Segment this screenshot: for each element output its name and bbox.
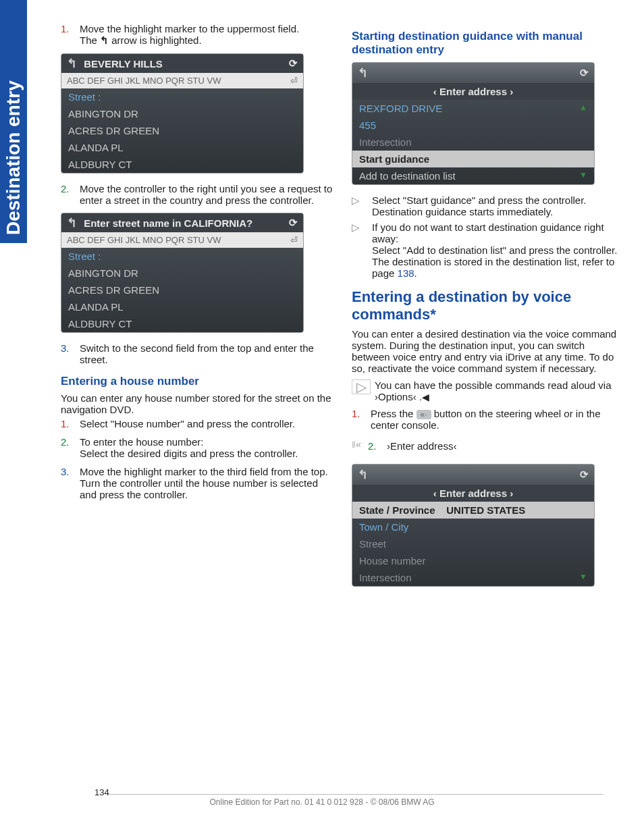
ui-screenshot-beverly-hills: ↰ BEVERLY HILLS ⟳ ABC DEF GHI JKL MNO PQ… [61, 53, 304, 174]
step-text: Move the highlight marker to the third f… [80, 466, 333, 500]
voice-step-1: 1. Press the «· button on the steering w… [352, 408, 624, 431]
ui-screenshot-start-guidance: ↰ ⟳ ‹ Enter address › ▲ REXFORD DRIVE 45… [352, 62, 595, 185]
text-line: If you do not want to start destination … [372, 221, 604, 244]
screenshot-title-row: ↰ BEVERLY HILLS ⟳ [61, 54, 303, 73]
rotate-icon: ⟳ [289, 57, 298, 70]
step-number: 1. [61, 418, 80, 429]
triangle-icon: ▷ [352, 221, 367, 279]
house-step-2: 2. To enter the house number: Select the… [61, 436, 333, 459]
voice-waveform-icon: ⦀« [352, 439, 368, 450]
text-line: Select "Start guidance" and press the co… [372, 194, 587, 206]
list-item-selected: State / Province UNITED STATES [352, 502, 594, 519]
abc-text: ABC DEF GHI JKL MNO PQR STU VW [67, 235, 221, 245]
page-footer: 134 Online Edition for Part no. 01 41 0 … [0, 794, 644, 807]
tab-header: ‹ Enter address › [352, 485, 594, 502]
title-text: Enter street name in CALIFORNIA? [84, 217, 252, 229]
value: UNITED STATES [446, 504, 525, 516]
text-line: To enter the house number: [80, 436, 203, 448]
list-item: ACRES DR GREEN [61, 122, 303, 139]
rotate-icon: ⟳ [580, 469, 589, 481]
page-link[interactable]: 138 [398, 267, 414, 279]
list-item: ALANDA PL [61, 298, 303, 315]
text: Press the [371, 408, 417, 419]
list-item-selected: Start guidance [352, 151, 594, 167]
bullet-1: ▷ Select "Start guidance" and press the … [352, 194, 624, 217]
step-text: Move the highlight marker to the uppermo… [80, 23, 333, 47]
step-number: 3. [61, 466, 80, 500]
step-number: 1. [352, 408, 371, 431]
step-number: 3. [61, 342, 80, 365]
house-steps: 1. Select "House number" and press the c… [61, 418, 333, 500]
back-arrow-icon: ↰ [358, 467, 368, 482]
step-number: 2. [61, 436, 80, 459]
section-tab: Destination entry [0, 0, 27, 243]
paragraph: You can enter a desired destination via … [352, 328, 624, 374]
step-3: 3. Switch to the second field from the t… [61, 342, 333, 365]
voice-step-2-list: 2. ›Enter address‹ [368, 438, 456, 458]
left-column: 1. Move the highlight marker to the uppe… [41, 20, 333, 596]
street-label: Street : [61, 88, 303, 105]
tab-label: ‹ Enter address › [433, 86, 513, 97]
back-arrow-icon: ↰ [358, 65, 368, 80]
tab-label: ‹ Enter address › [433, 487, 513, 499]
text-line: The [80, 34, 100, 46]
back-arrow-icon: ↰ [100, 34, 109, 46]
ui-screenshot-enter-address: ↰ ⟳ ‹ Enter address › State / Province U… [352, 464, 595, 587]
back-arrow-icon: ↰ [67, 216, 77, 230]
list-item: ▼ Intersection [352, 569, 594, 586]
house-step-3: 3. Move the highlight marker to the thir… [61, 466, 333, 500]
two-column-layout: 1. Move the highlight marker to the uppe… [41, 20, 624, 596]
list-item: ALANDA PL [61, 139, 303, 156]
scroll-down-icon: ▼ [579, 572, 587, 581]
house-step-1: 1. Select "House number" and press the c… [61, 418, 333, 429]
steps-list-1: 1. Move the highlight marker to the uppe… [61, 23, 333, 47]
rotate-icon: ⟳ [289, 217, 298, 229]
list-item: Street [352, 535, 594, 552]
step-text: To enter the house number: Select the de… [80, 436, 333, 459]
enter-icon: ⏎ [290, 76, 298, 86]
step-2: 2. Move the controller to the right unti… [61, 183, 333, 206]
ui-screenshot-enter-street: ↰ Enter street name in CALIFORNIA? ⟳ ABC… [61, 213, 304, 333]
abc-text: ABC DEF GHI JKL MNO PQR STU VW [67, 76, 221, 86]
tab-header: ‹ Enter address › [352, 83, 594, 100]
voice-step-2: 2. ›Enter address‹ [368, 440, 456, 452]
voice-steps: 1. Press the «· button on the steering w… [352, 408, 624, 431]
step-text: Press the «· button on the steering whee… [371, 408, 624, 431]
bullet-text: Select "Start guidance" and press the co… [372, 194, 624, 217]
rotate-icon: ⟳ [580, 67, 589, 79]
text-line: Destination guidance starts immediately. [372, 206, 553, 217]
label: State / Province [359, 504, 435, 516]
text-line: Select the desired digits and press the … [80, 448, 298, 459]
list-item: ACRES DR GREEN [61, 282, 303, 298]
footer-text: Online Edition for Part no. 01 41 0 012 … [209, 797, 434, 807]
enter-icon: ⏎ [290, 235, 298, 245]
list-item: ▲ REXFORD DRIVE [352, 100, 594, 117]
step-text: ›Enter address‹ [387, 440, 456, 452]
text-line: arrow is highlighted. [111, 34, 201, 46]
step-text: Switch to the second field from the top … [80, 342, 333, 365]
footer-divider [108, 794, 603, 795]
text: Add to destination list [359, 170, 456, 182]
list-item: ▼ Add to destination list [352, 167, 594, 184]
text-line: Move the highlight marker to the uppermo… [80, 23, 299, 34]
step-number: 2. [368, 440, 387, 452]
text-line: Select "Add to destination list" and pre… [372, 244, 617, 256]
triangle-icon: ▷ [352, 194, 367, 217]
list-item: 455 [352, 117, 594, 134]
title: ↰ Enter street name in CALIFORNIA? [67, 215, 252, 230]
keyboard-row: ABC DEF GHI JKL MNO PQR STU VW ⏎ [61, 73, 303, 88]
right-column: Starting destination guidance with manua… [352, 20, 624, 596]
list-item: ABINGTON DR [61, 105, 303, 122]
text-line: . [414, 267, 417, 279]
bullet-2: ▷ If you do not want to start destinatio… [352, 221, 624, 279]
tip-box: ▷ You can have the possible commands rea… [352, 379, 624, 402]
text: You can have the possible commands read … [375, 379, 612, 402]
bullet-text: If you do not want to start destination … [372, 221, 624, 279]
screenshot-topbar: ↰ ⟳ [352, 465, 594, 485]
text: REXFORD DRIVE [359, 103, 442, 114]
list-item: Town / City [352, 519, 594, 535]
list-item: ALDBURY CT [61, 315, 303, 332]
triangle-bullets: ▷ Select "Start guidance" and press the … [352, 194, 624, 279]
step-text: Select "House number" and press the cont… [80, 418, 333, 429]
steps-list-3: 3. Switch to the second field from the t… [61, 342, 333, 365]
